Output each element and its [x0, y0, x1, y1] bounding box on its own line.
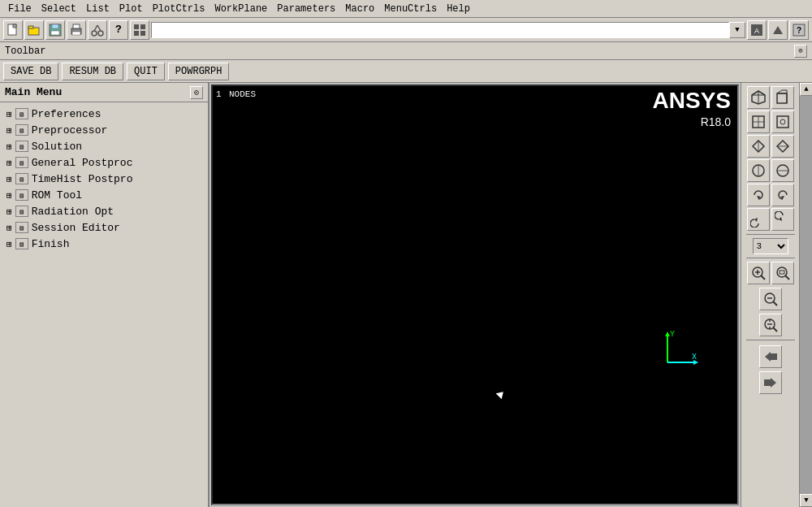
action-buttons-row: SAVE DB RESUM DB QUIT POWRGRPH	[0, 60, 812, 83]
left-panel: Main Menu ⊙ ⊞ ▤ Preferences ⊞ ▤ Preproce…	[0, 83, 209, 507]
toolbar-right-btn2[interactable]	[768, 20, 788, 40]
tree-item-preferences[interactable]: ⊞ ▤ Preferences	[3, 106, 205, 122]
menu-select[interactable]: Select	[37, 2, 81, 16]
save-db-button[interactable]: SAVE DB	[3, 63, 58, 80]
panel-title: Main Menu	[5, 86, 62, 98]
side-toolbar: 3 1 2 4	[741, 83, 799, 507]
scroll-up-arrow-icon: ▲	[804, 85, 808, 93]
tree-label-5: ROM Tool	[32, 189, 82, 202]
back-view-button[interactable]	[771, 110, 794, 133]
scroll-down-button[interactable]: ▼	[800, 494, 812, 507]
command-input[interactable]	[151, 22, 729, 38]
grid-icon	[133, 24, 146, 37]
oblique-icon	[775, 89, 791, 106]
scroll-up-button[interactable]: ▲	[800, 83, 812, 96]
expand-icon-1: ⊞	[6, 125, 12, 136]
toolbar-scroll-btn[interactable]: ⊙	[794, 45, 807, 58]
pan-right-icon	[762, 375, 779, 391]
svg-point-10	[98, 31, 103, 36]
rotate-down-button[interactable]	[771, 208, 794, 231]
svg-rect-8	[72, 32, 80, 35]
rotate-cw-icon	[750, 187, 767, 203]
iso-view-button[interactable]	[747, 86, 770, 109]
ansys-logo: ANSYS	[653, 89, 731, 112]
cut-icon	[91, 24, 104, 37]
side-divider-1	[746, 234, 795, 235]
main-content: Main Menu ⊙ ⊞ ▤ Preferences ⊞ ▤ Preproce…	[0, 83, 812, 507]
svg-text:X: X	[692, 353, 697, 362]
view-number-select[interactable]: 3 1 2 4	[753, 238, 788, 254]
expand-icon-4: ⊞	[6, 174, 12, 184]
tree-item-timehist-postpro[interactable]: ⊞ ▤ TimeHist Postpro	[3, 171, 205, 187]
menu-menuctrls[interactable]: MenuCtrls	[379, 2, 442, 16]
menu-tree: ⊞ ▤ Preferences ⊞ ▤ Preprocessor ⊞ ▤ Sol…	[0, 102, 208, 507]
menu-parameters[interactable]: Parameters	[272, 2, 340, 16]
tree-item-radiation-opt[interactable]: ⊞ ▤ Radiation Opt	[3, 203, 205, 219]
grid-button[interactable]	[130, 20, 149, 40]
menu-macro[interactable]: Macro	[340, 2, 379, 16]
command-dropdown[interactable]: ▼	[729, 22, 745, 38]
menu-plot[interactable]: Plot	[114, 2, 148, 16]
top-view-icon	[750, 162, 767, 179]
left-view-icon	[750, 138, 767, 154]
tree-item-rom-tool[interactable]: ⊞ ▤ ROM Tool	[3, 187, 205, 203]
tree-icon-5: ▤	[15, 189, 28, 201]
resum-db-button[interactable]: RESUM DB	[62, 63, 123, 80]
cursor-pointer	[496, 389, 507, 400]
svg-marker-66	[765, 352, 771, 362]
oblique-view-button[interactable]	[771, 86, 794, 109]
menu-workplane[interactable]: WorkPlane	[209, 2, 272, 16]
zoom-out-button[interactable]	[759, 288, 782, 310]
rotate-up-button[interactable]	[747, 208, 770, 231]
zoom-fit-button[interactable]	[759, 314, 782, 336]
tree-item-session-editor[interactable]: ⊞ ▤ Session Editor	[3, 219, 205, 236]
menu-list[interactable]: List	[81, 2, 114, 16]
menu-file[interactable]: File	[3, 2, 37, 16]
tree-item-general-postproc[interactable]: ⊞ ▤ General Postproc	[3, 154, 205, 171]
vertical-scrollbar[interactable]: ▲ ▼	[799, 83, 812, 507]
front-view-button[interactable]	[747, 110, 770, 133]
toolbar-right-btn3[interactable]: ?	[789, 20, 809, 40]
left-view-button[interactable]	[747, 135, 770, 158]
zoom-pair-btn2[interactable]	[771, 262, 794, 284]
rotate-ccw-icon	[775, 187, 791, 203]
menu-plotctrls[interactable]: PlotCtrls	[148, 2, 210, 16]
top-view-button[interactable]	[747, 159, 770, 182]
svg-rect-67	[771, 353, 777, 360]
quit-button[interactable]: QUIT	[127, 63, 165, 80]
zoom-out-icon	[762, 291, 779, 307]
tree-item-solution[interactable]: ⊞ ▤ Solution	[3, 138, 205, 154]
toolbar-right-buttons: A ?	[747, 20, 809, 40]
pan-right-button[interactable]	[759, 371, 782, 394]
viewport[interactable]: 1 NODES ANSYS R18.0 Y X	[211, 84, 739, 505]
right-view-button[interactable]	[771, 135, 794, 158]
main-toolbar: ? ▼ A ?	[0, 18, 812, 42]
expand-icon-8: ⊞	[6, 239, 12, 249]
cut-button[interactable]	[88, 20, 107, 40]
open-button[interactable]	[24, 20, 44, 40]
zoom-in-icon	[750, 265, 767, 281]
powrgrph-button[interactable]: POWRGRPH	[168, 63, 230, 80]
tree-icon-2: ▤	[15, 141, 28, 152]
new-button[interactable]	[3, 20, 23, 40]
save-button[interactable]	[45, 20, 65, 40]
coordinate-axes: Y X	[655, 330, 704, 370]
tree-item-preprocessor[interactable]: ⊞ ▤ Preprocessor	[3, 122, 205, 138]
svg-line-62	[773, 327, 777, 332]
command-input-wrap: ▼	[151, 22, 745, 38]
tree-item-finish[interactable]: ⊞ ▤ Finish	[3, 236, 205, 252]
toolbar-right-btn1[interactable]: A	[747, 20, 767, 40]
rotate-down-icon	[775, 211, 791, 228]
rotate-cw-button[interactable]	[747, 184, 770, 206]
help-button[interactable]: ?	[109, 20, 128, 40]
pan-left-button[interactable]	[759, 345, 782, 368]
menu-help[interactable]: Help	[442, 2, 475, 16]
bottom-view-button[interactable]	[771, 159, 794, 182]
zoom-in-button[interactable]	[747, 262, 770, 284]
rotate-ccw-button[interactable]	[771, 184, 794, 206]
print-button[interactable]	[67, 20, 86, 40]
scroll-down-arrow-icon: ▼	[804, 496, 808, 505]
scroll-track[interactable]	[800, 96, 812, 494]
new-icon	[6, 24, 19, 37]
panel-collapse-button[interactable]: ⊙	[190, 86, 203, 99]
